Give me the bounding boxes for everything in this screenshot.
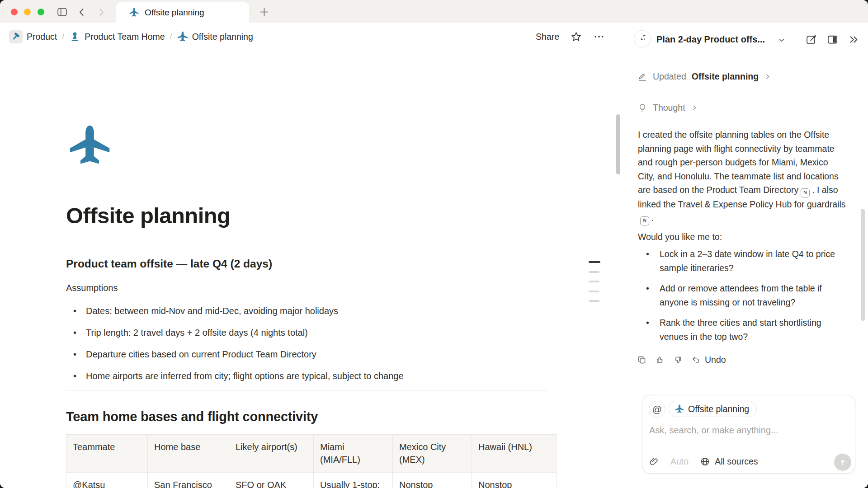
suggestion-item[interactable]: Lock in a 2–3 date window in late Q4 to … [638, 247, 837, 275]
page-title[interactable]: Offsite planning [66, 203, 230, 228]
table-header-cell[interactable]: Miami (MIA/FLL) [314, 435, 393, 473]
assumptions-label[interactable]: Assumptions [66, 283, 118, 293]
undo-label: Undo [705, 355, 726, 365]
pawn-person-icon [69, 31, 80, 42]
suggestion-item[interactable]: Rank the three cities and start shortlis… [638, 316, 837, 343]
section-heading-table[interactable]: Team home bases and flight connectivity [66, 409, 318, 424]
window-zoom-button[interactable] [38, 9, 44, 15]
chevron-right-icon [764, 73, 772, 80]
chevron-down-icon[interactable] [778, 36, 786, 44]
undo-button[interactable]: Undo [691, 355, 726, 365]
nav-back-icon[interactable] [76, 7, 87, 18]
list-item[interactable]: Departure cities based on current Produc… [69, 347, 404, 361]
outline-indicator[interactable] [589, 261, 600, 310]
thumbs-up-icon[interactable] [655, 355, 665, 365]
ai-question: Would you like me to: [638, 232, 722, 242]
response-actions: Undo [637, 355, 726, 365]
tab-label: Offsite planning [145, 8, 204, 18]
new-tab-button[interactable] [258, 5, 270, 18]
all-sources-button[interactable]: All sources [700, 456, 758, 467]
outline-dash[interactable] [589, 300, 599, 302]
chat-input[interactable]: Ask, search, or make anything... [649, 425, 844, 436]
window-minimize-button[interactable] [24, 9, 31, 15]
thumbs-down-icon[interactable] [673, 355, 683, 365]
context-chip-offsite-planning[interactable]: Offsite planning [669, 401, 757, 417]
thought-label: Thought [653, 103, 685, 113]
notion-page-badge-icon[interactable]: N [640, 216, 649, 225]
list-item[interactable]: Home airports are inferred from city; fl… [69, 369, 404, 383]
table-cell[interactable]: Nonstop [472, 473, 557, 488]
breadcrumb-separator: / [169, 32, 173, 42]
window-close-button[interactable] [11, 9, 18, 15]
ai-response-paragraph: I created the offsite planning tables on… [638, 128, 847, 225]
suggestion-item[interactable]: Add or remove attendees from the table i… [638, 282, 837, 309]
section-heading-offsite[interactable]: Product team offsite — late Q4 (2 days) [66, 258, 272, 270]
table-cell[interactable]: Usually 1-stop; [314, 473, 393, 488]
globe-icon [700, 456, 710, 467]
favorite-star-icon[interactable] [570, 31, 582, 43]
sidebar-toggle-icon[interactable] [57, 6, 68, 18]
table-cell[interactable]: Nonstop [393, 473, 472, 488]
outline-dash[interactable] [589, 291, 599, 292]
breadcrumb-label: Product [27, 32, 57, 42]
airplane-icon [675, 404, 684, 413]
collapse-panel-icon[interactable] [848, 34, 859, 45]
attachment-paperclip-icon[interactable] [649, 456, 659, 467]
table-cell[interactable]: @Katsu [66, 473, 148, 488]
notion-page-badge-icon[interactable]: N [801, 188, 810, 197]
thought-row[interactable]: Thought [637, 103, 698, 113]
breadcrumb-separator: / [61, 32, 65, 42]
list-item[interactable]: Dates: between mid-Nov and mid-Dec, avoi… [69, 304, 404, 318]
all-sources-label: All sources [715, 456, 758, 467]
arrow-up-icon [838, 458, 847, 467]
ai-panel: Plan 2-day Product offs... Updated [625, 23, 868, 488]
updated-page-row[interactable]: Updated Offsite planning [637, 71, 772, 82]
nav-forward-icon[interactable] [96, 7, 107, 18]
table-header-cell[interactable]: Mexico City (MEX) [393, 435, 472, 473]
breadcrumb-label: Product Team Home [85, 32, 165, 42]
more-options-icon[interactable] [593, 31, 605, 42]
table-header-cell[interactable]: Hawaii (HNL) [472, 435, 557, 473]
ai-panel-header: Plan 2-day Product offs... [625, 23, 868, 51]
ai-face-icon[interactable] [634, 30, 651, 47]
table-cell[interactable]: SFO or OAK [229, 473, 314, 488]
assumptions-list: Dates: between mid-Nov and mid-Dec, avoi… [69, 304, 404, 391]
updated-page-name: Offsite planning [692, 71, 759, 82]
list-item[interactable]: Trip length: 2 travel days + 2 offsite d… [69, 326, 404, 339]
connectivity-table: Teammate Home base Likely airport(s) Mia… [66, 434, 557, 488]
compose-icon[interactable] [806, 34, 817, 45]
auto-mode-button[interactable]: Auto [670, 456, 689, 467]
table-header-cell[interactable]: Teammate [66, 435, 148, 473]
table-header-cell[interactable]: Likely airport(s) [229, 435, 314, 473]
document-area: Offsite planning Product team offsite — … [0, 51, 625, 488]
outline-dash[interactable] [589, 271, 599, 273]
mention-button[interactable]: @ [649, 401, 665, 418]
hammer-icon [9, 30, 23, 43]
chat-input-box[interactable]: @ Offsite planning Ask, search, or make … [642, 395, 855, 474]
tab-offsite-planning[interactable]: Offsite planning [116, 2, 249, 23]
app-window: Offsite planning Product / Product Team … [0, 0, 868, 488]
panel-layout-toggle-icon[interactable] [827, 34, 838, 45]
breadcrumb: Product / Product Team Home / Offsite pl… [9, 23, 253, 51]
lightbulb-icon [637, 103, 647, 113]
breadcrumb-item-product[interactable]: Product [9, 30, 57, 43]
context-chip-label: Offsite planning [688, 404, 749, 414]
panel-scrollbar[interactable] [861, 209, 865, 321]
chevron-right-icon [691, 104, 698, 112]
share-button[interactable]: Share [536, 32, 559, 42]
table-header-cell[interactable]: Home base [148, 435, 229, 473]
airplane-icon [177, 31, 188, 42]
chat-toolbar: Auto All sources [649, 456, 758, 467]
send-button[interactable] [834, 454, 851, 471]
page-airplane-icon[interactable] [69, 124, 111, 166]
breadcrumb-item-product-team-home[interactable]: Product Team Home [69, 31, 165, 42]
breadcrumb-item-offsite-planning[interactable]: Offsite planning [177, 31, 253, 42]
table-cell[interactable]: San Francisco [148, 473, 229, 488]
document-scrollbar[interactable] [616, 114, 620, 174]
thread-title[interactable]: Plan 2-day Product offs... [656, 34, 765, 45]
copy-icon[interactable] [637, 355, 647, 365]
undo-arrow-icon [691, 355, 701, 365]
outline-dash[interactable] [589, 281, 599, 282]
top-bar: Product / Product Team Home / Offsite pl… [0, 23, 625, 51]
outline-dash[interactable] [589, 261, 600, 263]
